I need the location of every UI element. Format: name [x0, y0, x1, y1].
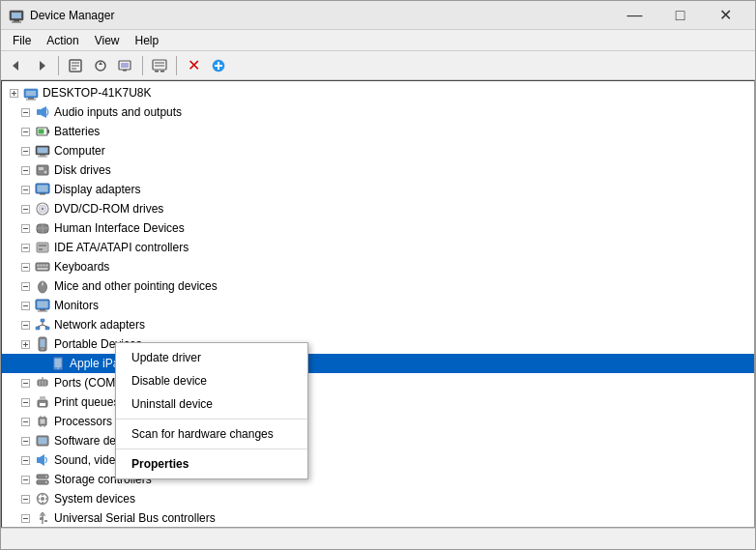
- list-item[interactable]: Disk drives: [2, 160, 754, 180]
- svg-rect-2: [14, 20, 19, 22]
- expand-mouse[interactable]: [17, 278, 33, 294]
- storage-icon: [35, 472, 50, 487]
- expand-dvd[interactable]: [17, 201, 33, 217]
- expand-ports[interactable]: [17, 375, 33, 391]
- ctx-disable-device[interactable]: Disable device: [116, 369, 307, 392]
- toolbar-sep-3: [176, 56, 177, 75]
- expand-keyboard[interactable]: [17, 259, 33, 275]
- monitors-label: Monitors: [54, 299, 99, 312]
- expand-system[interactable]: [17, 491, 33, 507]
- svg-rect-77: [38, 268, 48, 270]
- ctx-properties[interactable]: Properties: [116, 452, 307, 476]
- expand-portable[interactable]: [17, 336, 33, 352]
- list-item[interactable]: Computer: [2, 141, 754, 160]
- expand-display[interactable]: [17, 182, 33, 197]
- expand-audio[interactable]: [17, 104, 33, 120]
- expand-network[interactable]: [17, 317, 33, 333]
- main-area: DESKTOP-41K7U8K Audio inputs and outputs: [1, 80, 755, 528]
- mouse-label: Mice and other pointing devices: [54, 279, 218, 293]
- list-item[interactable]: Audio inputs and outputs: [2, 102, 754, 122]
- expand-usb[interactable]: [17, 510, 33, 526]
- menu-action[interactable]: Action: [39, 30, 86, 51]
- hid-icon: [35, 220, 50, 236]
- ctx-uninstall-device[interactable]: Uninstall device: [116, 392, 307, 416]
- svg-rect-73: [38, 265, 40, 267]
- svg-point-82: [42, 283, 44, 285]
- svg-rect-14: [123, 70, 127, 72]
- network-label: Network adapters: [54, 318, 145, 332]
- toolbar-sep-2: [142, 56, 143, 75]
- svg-rect-32: [37, 109, 41, 115]
- list-item[interactable]: DVD/CD-ROM drives: [2, 199, 754, 218]
- svg-marker-5: [40, 61, 45, 71]
- ide-icon: [35, 240, 50, 255]
- toolbar-back[interactable]: [5, 54, 28, 77]
- system-icon: [35, 491, 50, 507]
- toolbar-show-hidden[interactable]: [148, 54, 171, 77]
- audio-label: Audio inputs and outputs: [54, 105, 182, 119]
- software-icon: [35, 433, 50, 449]
- svg-rect-91: [41, 319, 44, 322]
- expand-ide[interactable]: [17, 240, 33, 255]
- tree-panel[interactable]: DESKTOP-41K7U8K Audio inputs and outputs: [1, 80, 755, 528]
- ide-label: IDE ATA/ATAPI controllers: [54, 241, 189, 254]
- maximize-button[interactable]: □: [658, 1, 702, 30]
- ctx-update-driver[interactable]: Update driver: [116, 346, 307, 369]
- dvd-label: DVD/CD-ROM drives: [54, 202, 163, 216]
- expand-storage[interactable]: [17, 472, 33, 487]
- expand-print[interactable]: [17, 394, 33, 410]
- root-expand[interactable]: [6, 85, 21, 101]
- list-item[interactable]: Mice and other pointing devices: [2, 276, 754, 296]
- list-item[interactable]: Monitors: [2, 296, 754, 315]
- svg-rect-88: [38, 311, 47, 312]
- usb-label: Universal Serial Bus controllers: [54, 511, 216, 525]
- list-item[interactable]: Network adapters: [2, 315, 754, 334]
- svg-rect-43: [40, 155, 45, 157]
- toolbar-remove[interactable]: ✕: [182, 54, 205, 77]
- svg-rect-87: [40, 309, 45, 311]
- svg-rect-116: [40, 396, 45, 400]
- list-item[interactable]: Batteries: [2, 122, 754, 141]
- menu-view[interactable]: View: [87, 30, 128, 51]
- svg-point-143: [41, 497, 44, 501]
- list-item[interactable]: Keyboards: [2, 257, 754, 276]
- expand-proc[interactable]: [17, 414, 33, 429]
- ctx-scan-hardware[interactable]: Scan for hardware changes: [116, 422, 307, 446]
- sound-icon: [35, 452, 50, 468]
- svg-line-95: [38, 325, 43, 327]
- expand-disk[interactable]: [17, 162, 33, 178]
- list-item[interactable]: IDE ATA/ATAPI controllers: [2, 238, 754, 257]
- expand-computer[interactable]: [17, 143, 33, 159]
- svg-rect-19: [160, 71, 164, 72]
- list-item[interactable]: Human Interface Devices: [2, 218, 754, 238]
- toolbar-scan[interactable]: [114, 54, 137, 77]
- expand-hid[interactable]: [17, 220, 33, 236]
- toolbar-properties[interactable]: [64, 54, 87, 77]
- svg-rect-42: [38, 148, 48, 154]
- svg-rect-121: [41, 420, 45, 424]
- display-label: Display adapters: [54, 183, 140, 196]
- expand-sound[interactable]: [17, 452, 33, 468]
- expand-software[interactable]: [17, 433, 33, 449]
- svg-rect-28: [28, 98, 34, 100]
- tree-root[interactable]: DESKTOP-41K7U8K: [2, 83, 754, 102]
- menu-help[interactable]: Help: [128, 30, 167, 51]
- list-item[interactable]: System devices: [2, 489, 754, 508]
- list-item[interactable]: Display adapters: [2, 180, 754, 199]
- print-label: Print queues: [54, 395, 119, 409]
- ipad-icon: [50, 356, 66, 371]
- menu-file[interactable]: File: [5, 30, 39, 51]
- root-icon: [23, 85, 39, 101]
- ctx-sep-1: [116, 419, 307, 420]
- svg-rect-48: [39, 167, 44, 170]
- proc-label: Processors: [54, 415, 112, 428]
- toolbar-add[interactable]: [207, 54, 230, 77]
- toolbar-forward[interactable]: [30, 54, 53, 77]
- minimize-button[interactable]: —: [613, 1, 656, 30]
- svg-marker-33: [41, 106, 46, 118]
- close-button[interactable]: ✕: [704, 1, 747, 30]
- expand-monitors[interactable]: [17, 298, 33, 313]
- toolbar-update[interactable]: [89, 54, 112, 77]
- expand-batteries[interactable]: [17, 124, 33, 139]
- list-item[interactable]: Universal Serial Bus controllers: [2, 508, 754, 528]
